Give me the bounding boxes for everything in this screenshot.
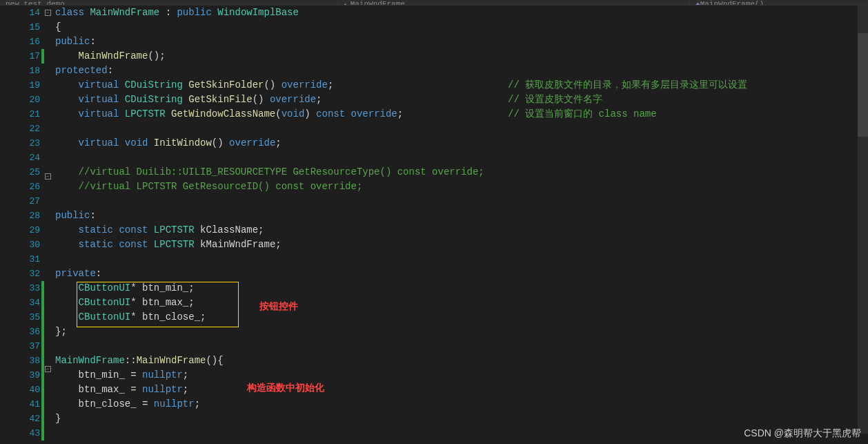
method-breadcrumb[interactable]: ◈ MainWndFrame() — [690, 0, 868, 5]
code-line[interactable]: { — [52, 20, 868, 35]
line-number: 18 — [0, 64, 40, 78]
line-number: 32 — [0, 267, 40, 281]
line-number: 14 — [0, 6, 40, 20]
line-number: 25 — [0, 165, 40, 180]
line-number: 27 — [0, 194, 40, 209]
code-line[interactable] — [52, 252, 868, 267]
code-line[interactable]: //virtual DuiLib::UILIB_RESOURCETYPE Get… — [52, 165, 868, 180]
line-number: 36 — [0, 325, 40, 339]
code-line[interactable] — [52, 151, 868, 165]
code-line[interactable]: btn_close_ = nullptr; — [52, 397, 868, 412]
code-line[interactable]: public: — [52, 209, 868, 223]
line-number: 40 — [0, 383, 40, 397]
code-line[interactable]: MainWndFrame(); — [52, 49, 868, 64]
line-number: 41 — [0, 397, 40, 412]
code-line[interactable] — [52, 339, 868, 354]
line-number: 26 — [0, 180, 40, 194]
line-number-gutter: 1415161718192021222324252627282930313233… — [0, 6, 41, 434]
line-number: 29 — [0, 223, 40, 238]
code-line[interactable]: } — [52, 412, 868, 426]
code-line[interactable]: }; — [52, 325, 868, 339]
annotation-label-ctor: 构造函数中初始化 — [247, 382, 324, 394]
code-line[interactable]: class MainWndFrame : public WindowImplBa… — [52, 6, 868, 20]
code-content[interactable]: 按钮控件 构造函数中初始化 class MainWndFrame : publi… — [52, 6, 868, 434]
line-number: 38 — [0, 354, 40, 368]
line-number: 33 — [0, 281, 40, 296]
code-line[interactable]: static const LPCTSTR kClassName; — [52, 223, 868, 238]
line-number: 30 — [0, 238, 40, 252]
line-number: 35 — [0, 310, 40, 325]
watermark: CSDN @森明帮大于黑虎帮 — [744, 427, 861, 440]
code-line[interactable]: MainWndFrame::MainWndFrame(){ — [52, 354, 868, 368]
line-number: 17 — [0, 49, 40, 64]
code-line[interactable]: virtual CDuiString GetSkinFile() overrid… — [52, 93, 868, 107]
line-number: 28 — [0, 209, 40, 223]
code-line[interactable]: static const LPCTSTR kMainWndFrame; — [52, 238, 868, 252]
inline-comment: // 获取皮肤文件的目录，如果有多层目录这里可以设置 — [508, 78, 747, 93]
fold-column: −−− — [44, 6, 52, 434]
inline-comment: // 设置皮肤文件名字 — [508, 93, 602, 107]
annotation-label-buttons: 按钮控件 — [259, 300, 298, 313]
code-line[interactable]: CButtonUI* btn_min_; — [52, 281, 868, 296]
code-line[interactable]: protected: — [52, 64, 868, 78]
code-line[interactable]: CButtonUI* btn_max_; — [52, 296, 868, 310]
scrollbar-thumb[interactable] — [858, 33, 868, 137]
code-line[interactable]: btn_min_ = nullptr; — [52, 368, 868, 383]
code-line[interactable]: virtual void InitWindow() override; — [52, 136, 868, 151]
code-line[interactable]: virtual CDuiString GetSkinFolder() overr… — [52, 78, 868, 93]
code-line[interactable]: public: — [52, 35, 868, 49]
line-number: 19 — [0, 78, 40, 93]
line-number: 39 — [0, 368, 40, 383]
code-editor[interactable]: 1415161718192021222324252627282930313233… — [0, 6, 868, 434]
line-number: 42 — [0, 412, 40, 426]
line-number: 21 — [0, 107, 40, 122]
inline-comment: // 设置当前窗口的 class name — [508, 107, 657, 122]
code-line[interactable]: private: — [52, 267, 868, 281]
class-breadcrumb[interactable]: ▸ MainWndFrame — [338, 0, 690, 5]
line-number: 22 — [0, 122, 40, 136]
line-number: 20 — [0, 93, 40, 107]
code-line[interactable]: //virtual LPCTSTR GetResourceID() const … — [52, 180, 868, 194]
line-number: 15 — [0, 20, 40, 35]
code-line[interactable] — [52, 194, 868, 209]
breadcrumb-bar: new_test_demo ▸ MainWndFrame ◈ MainWndFr… — [0, 0, 868, 6]
fold-toggle-icon[interactable]: − — [45, 173, 51, 180]
line-number: 24 — [0, 151, 40, 165]
code-line[interactable]: virtual LPCTSTR GetWindowClassName(void)… — [52, 107, 868, 122]
line-number: 43 — [0, 426, 40, 441]
fold-toggle-icon[interactable]: − — [45, 10, 51, 16]
code-line[interactable]: btn_max_ = nullptr; — [52, 383, 868, 397]
code-line[interactable] — [52, 122, 868, 136]
vertical-scrollbar[interactable] — [858, 6, 868, 434]
file-tab[interactable]: new_test_demo — [0, 0, 338, 5]
line-number: 16 — [0, 35, 40, 49]
line-number: 34 — [0, 296, 40, 310]
line-number: 23 — [0, 136, 40, 151]
fold-toggle-icon[interactable]: − — [45, 366, 51, 372]
line-number: 31 — [0, 252, 40, 267]
line-number: 37 — [0, 339, 40, 354]
code-line[interactable]: CButtonUI* btn_close_; — [52, 310, 868, 325]
